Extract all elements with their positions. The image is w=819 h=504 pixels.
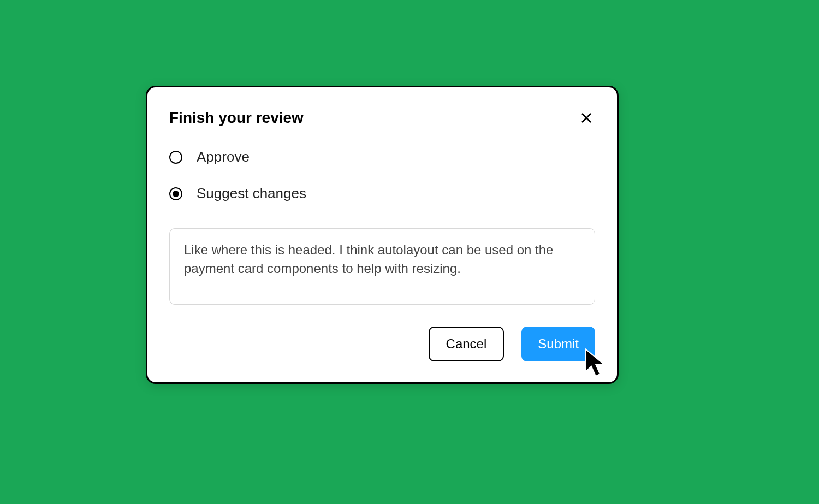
submit-button[interactable]: Submit [521, 327, 595, 361]
radio-option-approve[interactable]: Approve [169, 149, 595, 165]
review-type-radio-group: Approve Suggest changes [169, 149, 595, 202]
close-icon [580, 111, 593, 124]
dialog-title: Finish your review [169, 109, 304, 127]
dialog-actions: Cancel Submit [169, 327, 595, 361]
radio-label-suggest: Suggest changes [197, 185, 306, 202]
cancel-button[interactable]: Cancel [429, 327, 505, 361]
dialog-header: Finish your review [169, 109, 595, 127]
radio-icon [169, 151, 182, 164]
radio-label-approve: Approve [197, 149, 250, 165]
review-dialog: Finish your review Approve Suggest chang… [146, 86, 619, 384]
radio-option-suggest-changes[interactable]: Suggest changes [169, 185, 595, 202]
close-button[interactable] [578, 109, 595, 127]
review-comment-input[interactable] [169, 228, 595, 305]
radio-icon-selected [169, 187, 182, 200]
